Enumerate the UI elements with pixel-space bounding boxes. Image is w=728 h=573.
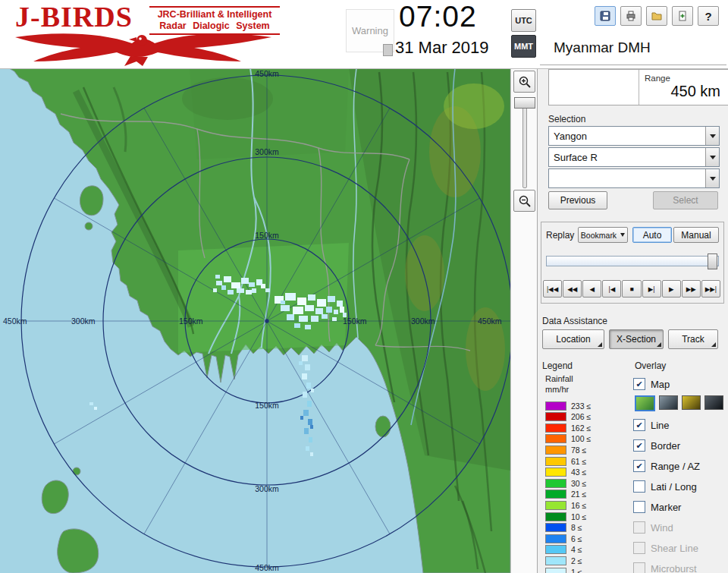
legend-color-swatch bbox=[545, 457, 566, 466]
site-dropdown-button[interactable] bbox=[705, 127, 719, 145]
clock-time: 07:02 bbox=[399, 0, 477, 33]
range-box: Range 450 km bbox=[548, 69, 728, 105]
checkbox bbox=[633, 542, 645, 554]
new-document-button[interactable] bbox=[672, 6, 693, 26]
chevron-down-icon bbox=[710, 134, 716, 138]
timezone-utc-button[interactable]: UTC bbox=[511, 9, 536, 32]
legend-unit-line1: Rainfall bbox=[545, 374, 573, 383]
legend-row: 2 ≤ bbox=[545, 556, 582, 565]
checkbox[interactable] bbox=[633, 501, 645, 513]
map-style-swatches bbox=[635, 395, 723, 411]
station-name: Myanmar DMH bbox=[554, 39, 651, 56]
overlay-label: Shear Line bbox=[651, 543, 698, 554]
checkbox[interactable]: ✔ bbox=[633, 378, 645, 390]
overlay-item-map[interactable]: ✔Map bbox=[633, 377, 670, 391]
location-button[interactable]: Location bbox=[542, 329, 604, 349]
playback-fast-rewind-button[interactable]: ◀◀ bbox=[563, 280, 582, 298]
previous-button[interactable]: Previous bbox=[548, 191, 607, 209]
playback-stop-button[interactable]: ■ bbox=[622, 280, 641, 298]
site-dropdown[interactable]: Yangon bbox=[548, 126, 720, 146]
legend-label: 43 ≤ bbox=[571, 468, 586, 477]
legend-rows: 233 ≤206 ≤162 ≤100 ≤78 ≤61 ≤43 ≤30 ≤21 ≤… bbox=[545, 401, 630, 572]
overlay-label: Map bbox=[651, 379, 670, 390]
eagle-logo-icon bbox=[11, 31, 276, 66]
data-assistance-label: Data Assistance bbox=[542, 316, 607, 326]
playback-step-back-button[interactable]: |◀ bbox=[602, 280, 621, 298]
zoom-slider-track[interactable] bbox=[522, 99, 527, 188]
checkbox[interactable]: ✔ bbox=[633, 460, 645, 472]
legend-label: 61 ≤ bbox=[571, 457, 586, 466]
playback-play-button[interactable]: ▶ bbox=[662, 280, 681, 298]
checkbox[interactable]: ✔ bbox=[633, 439, 645, 452]
help-button[interactable]: ? bbox=[698, 6, 719, 26]
magnifier-minus-icon bbox=[518, 194, 532, 208]
ring-label-150-bottom: 150km bbox=[255, 401, 279, 410]
option-dropdown[interactable] bbox=[548, 168, 720, 188]
playback-skip-to-end-button[interactable]: ▶▶| bbox=[701, 280, 720, 298]
legend-label: 10 ≤ bbox=[571, 512, 586, 521]
replay-slider-thumb[interactable] bbox=[708, 253, 717, 269]
ring-label-450-top: 450km bbox=[255, 69, 279, 78]
overlay-title: Overlay bbox=[635, 360, 666, 371]
option-dropdown-button[interactable] bbox=[705, 169, 719, 187]
overlay-item-border[interactable]: ✔Border bbox=[633, 439, 680, 452]
x-section-button[interactable]: X-Section bbox=[609, 329, 664, 349]
legend-row: 206 ≤ bbox=[545, 412, 591, 422]
legend-color-swatch bbox=[545, 490, 566, 499]
open-folder-button[interactable] bbox=[646, 6, 667, 26]
overlay-item-marker[interactable]: Marker bbox=[633, 500, 681, 514]
timezone-mmt-button[interactable]: MMT bbox=[511, 35, 536, 58]
playback-play-reverse-button[interactable]: ◀ bbox=[582, 280, 601, 298]
warning-label: Warning bbox=[352, 25, 388, 36]
map-style-swatch-olive[interactable] bbox=[682, 395, 701, 410]
site-dropdown-value: Yangon bbox=[549, 127, 705, 145]
select-button: Select bbox=[653, 191, 718, 209]
product-dropdown-button[interactable] bbox=[705, 148, 719, 166]
legend-color-swatch bbox=[545, 523, 566, 532]
legend-label: 8 ≤ bbox=[571, 523, 582, 532]
playback-skip-to-start-button[interactable]: |◀◀ bbox=[543, 280, 562, 298]
checkbox[interactable]: ✔ bbox=[633, 419, 645, 431]
overlay-item-range-az[interactable]: ✔Range / AZ bbox=[633, 459, 700, 473]
overlay-label: Line bbox=[651, 420, 670, 431]
replay-slider-track[interactable] bbox=[546, 256, 719, 266]
option-dropdown-value bbox=[549, 169, 705, 187]
legend-unit-line2: mm/hr bbox=[545, 385, 569, 394]
overlay-item-line[interactable]: ✔Line bbox=[633, 418, 670, 432]
map-style-swatch-black[interactable] bbox=[704, 395, 723, 410]
overlay-item-wind: Wind bbox=[633, 521, 673, 534]
zoom-in-button[interactable] bbox=[513, 71, 535, 93]
zoom-out-button[interactable] bbox=[513, 190, 535, 212]
map-style-swatch-dark[interactable] bbox=[659, 395, 678, 410]
zoom-slider-thumb[interactable] bbox=[514, 97, 535, 109]
map-style-swatch-terrain[interactable] bbox=[635, 395, 655, 411]
bookmark-button[interactable]: Bookmark bbox=[578, 227, 628, 243]
radar-map-display[interactable]: 450km 300km 150km 150km 300km 450km 450k… bbox=[0, 68, 510, 573]
legend-row: 1 ≤ bbox=[545, 567, 582, 573]
legend-label: 21 ≤ bbox=[571, 490, 586, 499]
overlay-item-lati-long[interactable]: Lati / Long bbox=[633, 480, 697, 493]
manual-mode-button[interactable]: Manual bbox=[673, 227, 719, 243]
legend-label: 162 ≤ bbox=[571, 423, 591, 433]
save-button[interactable] bbox=[595, 6, 616, 26]
radar-center-marker bbox=[265, 320, 268, 323]
floppy-disk-icon bbox=[599, 10, 611, 22]
playback-step-forward-button[interactable]: ▶| bbox=[642, 280, 661, 298]
product-dropdown-value: Surface R bbox=[549, 148, 705, 166]
print-button[interactable] bbox=[620, 6, 642, 26]
auto-mode-button[interactable]: Auto bbox=[632, 227, 672, 243]
legend-label: 2 ≤ bbox=[571, 556, 582, 565]
question-mark-icon: ? bbox=[704, 10, 711, 23]
legend-color-swatch bbox=[545, 468, 566, 477]
legend-color-swatch bbox=[545, 545, 566, 554]
product-dropdown[interactable]: Surface R bbox=[548, 147, 720, 167]
legend-color-swatch bbox=[545, 445, 566, 455]
playback-fast-forward-button[interactable]: ▶▶ bbox=[682, 280, 701, 298]
date-stepper[interactable] bbox=[383, 44, 393, 56]
magnifier-plus-icon bbox=[518, 75, 532, 89]
track-button[interactable]: Track bbox=[668, 329, 718, 349]
legend-row: 233 ≤ bbox=[545, 401, 591, 411]
checkbox[interactable] bbox=[633, 480, 645, 493]
app-logo-title: J-BIRDS bbox=[15, 0, 133, 33]
legend-title: Legend bbox=[542, 360, 573, 371]
